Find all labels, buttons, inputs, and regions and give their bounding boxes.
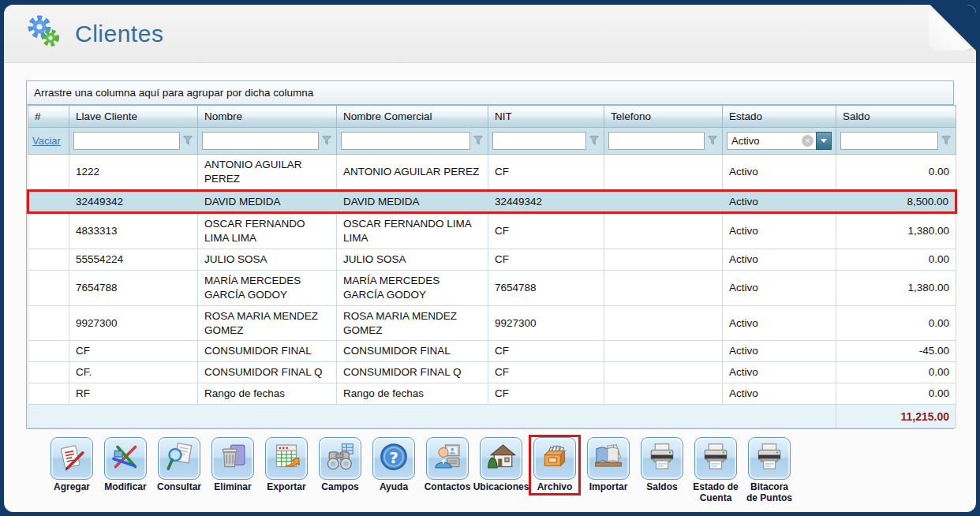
toolbar-button-exportar[interactable]: Exportar (263, 437, 310, 493)
filter-input-telefono[interactable] (608, 132, 705, 150)
cell-telefono[interactable] (604, 249, 723, 271)
cell-estado[interactable]: Activo (723, 271, 836, 306)
cell-nit[interactable]: CF (488, 383, 604, 405)
cell-nit[interactable]: 9927300 (488, 305, 604, 341)
cell-saldo[interactable]: 0.00 (836, 305, 956, 341)
toolbar-button-archivo[interactable]: Archivo (531, 437, 578, 493)
cell-nombre[interactable]: ROSA MARIA MENDEZ GOMEZ (198, 305, 337, 341)
cell-nombre[interactable]: MARÍA MERCEDES GARCÍA GODOY (198, 271, 337, 306)
saldos-button-face[interactable] (641, 437, 683, 480)
estado-de-cuenta-button-face[interactable] (694, 437, 737, 480)
filter-funnel-icon[interactable] (321, 135, 332, 148)
filter-funnel-icon[interactable] (941, 135, 952, 148)
cell-saldo[interactable]: 1,380.00 (836, 271, 956, 306)
ubicaciones-button-face[interactable] (480, 437, 522, 480)
cell-nombre[interactable]: ANTONIO AGUILAR PEREZ (198, 155, 337, 191)
exportar-button-face[interactable] (265, 437, 308, 480)
cell-saldo[interactable]: 1,380.00 (836, 213, 956, 249)
filter-input-nombre[interactable] (202, 132, 319, 150)
cell-nit[interactable]: 32449342 (488, 190, 604, 213)
filter-funnel-icon[interactable] (707, 135, 718, 148)
table-row[interactable]: 9927300ROSA MARIA MENDEZ GOMEZROSA MARIA… (28, 305, 956, 341)
filter-funnel-icon[interactable] (589, 135, 600, 148)
table-row[interactable]: 55554224JULIO SOSAJULIO SOSACFActivo0.00 (28, 249, 956, 271)
archivo-button-face[interactable] (533, 437, 576, 480)
cell-nit[interactable]: CF (488, 362, 604, 383)
cell-nombre[interactable]: JULIO SOSA (198, 249, 337, 271)
table-row[interactable]: 7654788MARÍA MERCEDES GARCÍA GODOYMARÍA … (28, 271, 956, 306)
cell-nombre[interactable]: Rango de fechas (198, 383, 337, 405)
filter-input-nit[interactable] (492, 132, 586, 150)
cell-nombre[interactable]: OSCAR FERNANDO LIMA LIMA (198, 213, 337, 249)
cell-nit[interactable]: CF (488, 155, 604, 191)
filter-funnel-icon[interactable] (473, 135, 484, 148)
cell-nombre_comercial[interactable]: ANTONIO AGUILAR PEREZ (337, 155, 488, 191)
consultar-button-face[interactable] (158, 437, 200, 480)
cell-nombre[interactable]: CONSUMIDOR FINAL (198, 341, 337, 362)
cell-estado[interactable]: Activo (723, 249, 836, 271)
toolbar-button-ubicaciones[interactable]: Ubicaciones (477, 437, 525, 493)
column-header-nombre[interactable]: Nombre (198, 106, 337, 128)
cell-nombre_comercial[interactable]: MARÍA MERCEDES GARCÍA GODOY (337, 271, 488, 306)
eliminar-button-face[interactable] (211, 437, 254, 480)
cell-nombre_comercial[interactable]: CONSUMIDOR FINAL Q (337, 362, 488, 383)
filter-input-nombre_comercial[interactable] (341, 132, 470, 150)
cell-saldo[interactable]: 0.00 (836, 383, 956, 405)
column-header-num[interactable]: # (28, 106, 69, 128)
cell-num[interactable] (28, 249, 69, 271)
toolbar-button-estado-de-cuenta[interactable]: Estado de Cuenta (692, 437, 739, 504)
ayuda-button-face[interactable]: ? (372, 437, 415, 480)
cell-saldo[interactable]: 8,500.00 (836, 190, 956, 213)
clear-filters-link[interactable]: Vaciar (32, 135, 61, 147)
filter-input-llave[interactable] (73, 132, 180, 150)
clear-estado-filter-icon[interactable]: × (802, 135, 814, 147)
cell-estado[interactable]: Activo (723, 155, 836, 191)
cell-telefono[interactable] (604, 305, 723, 341)
toolbar-button-agregar[interactable]: Agregar (48, 437, 95, 493)
column-header-telefono[interactable]: Telefono (604, 106, 723, 128)
cell-nombre[interactable]: CONSUMIDOR FINAL Q (198, 362, 337, 383)
cell-estado[interactable]: Activo (723, 305, 836, 341)
cell-llave[interactable]: RF (69, 383, 198, 405)
table-row[interactable]: CFCONSUMIDOR FINALCONSUMIDOR FINALCFActi… (28, 341, 956, 362)
cell-saldo[interactable]: 0.00 (836, 155, 956, 191)
cell-nombre_comercial[interactable]: DAVID MEDIDA (337, 190, 488, 213)
filter-funnel-icon[interactable] (182, 135, 193, 148)
cell-num[interactable] (28, 341, 69, 362)
cell-num[interactable] (28, 190, 69, 213)
cell-nombre_comercial[interactable]: CONSUMIDOR FINAL (337, 341, 488, 362)
campos-button-face[interactable] (319, 437, 361, 480)
cell-nit[interactable]: CF (488, 341, 604, 362)
toolbar-button-saldos[interactable]: Saldos (638, 437, 686, 493)
bitacora-de-puntos-button-face[interactable] (748, 437, 791, 480)
cell-telefono[interactable] (604, 213, 723, 249)
cell-num[interactable] (28, 362, 69, 383)
estado-filter-dropdown[interactable]: Activo× (727, 132, 832, 150)
cell-telefono[interactable] (604, 190, 723, 213)
modificar-button-face[interactable] (104, 437, 147, 480)
cell-saldo[interactable]: 0.00 (836, 362, 956, 383)
cell-estado[interactable]: Activo (723, 362, 836, 383)
cell-estado[interactable]: Activo (723, 341, 836, 362)
cell-nombre_comercial[interactable]: JULIO SOSA (337, 249, 488, 271)
group-by-panel[interactable]: Arrastre una columna aquí para agrupar p… (27, 81, 953, 105)
cell-llave[interactable]: CF (69, 341, 198, 362)
column-header-saldo[interactable]: Saldo (836, 106, 956, 128)
toolbar-button-ayuda[interactable]: ?Ayuda (370, 437, 417, 493)
cell-llave[interactable]: 9927300 (69, 305, 198, 341)
toolbar-button-eliminar[interactable]: Eliminar (209, 437, 256, 493)
cell-nombre_comercial[interactable]: ROSA MARIA MENDEZ GOMEZ (337, 305, 488, 341)
column-header-nombre_comercial[interactable]: Nombre Comercial (337, 106, 488, 128)
cell-estado[interactable]: Activo (723, 383, 836, 405)
cell-nombre_comercial[interactable]: OSCAR FERNANDO LIMA LIMA (337, 213, 488, 249)
cell-nit[interactable]: CF (488, 213, 604, 249)
cell-llave[interactable]: CF. (69, 362, 198, 383)
cell-num[interactable] (28, 383, 69, 405)
cell-saldo[interactable]: -45.00 (836, 341, 956, 362)
toolbar-button-modificar[interactable]: Modificar (102, 437, 149, 493)
cell-estado[interactable]: Activo (723, 190, 836, 213)
toolbar-button-consultar[interactable]: Consultar (155, 437, 203, 493)
contactos-button-face[interactable] (426, 437, 469, 480)
toolbar-button-bitacora-de-puntos[interactable]: Bitacora de Puntos (746, 437, 793, 504)
cell-llave[interactable]: 55554224 (69, 249, 198, 271)
